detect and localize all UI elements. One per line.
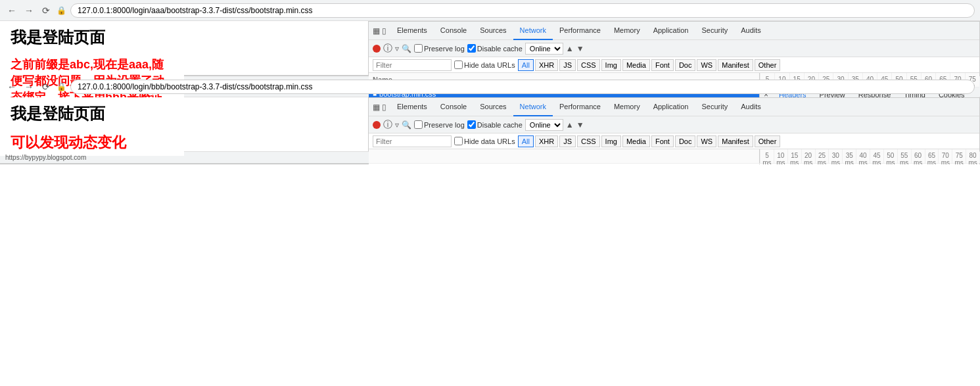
filter-bar-2: Hide data URLs All XHR JS CSS Img Media … bbox=[369, 133, 979, 149]
tab-audits-1[interactable]: Audits bbox=[734, 22, 768, 40]
disable-cache-checkbox-2[interactable] bbox=[467, 120, 476, 129]
devtools-1: ▦ ▯ Elements Console Sources Network Per… bbox=[368, 21, 980, 75]
filter-ws-1[interactable]: WS bbox=[697, 59, 716, 71]
tab-console-2[interactable]: Console bbox=[434, 98, 473, 116]
filter-css-1[interactable]: CSS bbox=[577, 59, 600, 71]
search-icon-1[interactable]: 🔍 bbox=[402, 44, 411, 53]
disable-cache-label-1[interactable]: Disable cache bbox=[467, 44, 523, 53]
filter-xhr-1[interactable]: XHR bbox=[535, 59, 558, 71]
tick2-35: 35 ms bbox=[842, 149, 856, 163]
filter-font-1[interactable]: Font bbox=[651, 59, 674, 71]
clear-button-1[interactable]: ⓘ bbox=[383, 43, 392, 55]
filter-funnel-icon-2[interactable]: ▿ bbox=[395, 120, 399, 130]
tab-security-2[interactable]: Security bbox=[695, 98, 734, 116]
filter-xhr-2[interactable]: XHR bbox=[535, 135, 558, 147]
reload-button-2[interactable]: ⟳ bbox=[39, 80, 53, 93]
disable-cache-label-2[interactable]: Disable cache bbox=[467, 120, 523, 129]
tab-sources-2[interactable]: Sources bbox=[473, 98, 513, 116]
tab-memory-1[interactable]: Memory bbox=[607, 22, 647, 40]
back-button-1[interactable]: ← bbox=[5, 4, 18, 17]
preserve-log-label-1[interactable]: Preserve log bbox=[414, 44, 465, 53]
tick2-70: 70 ms bbox=[938, 149, 952, 163]
devtools-icons-2: ▦ ▯ bbox=[369, 103, 390, 112]
search-icon-2[interactable]: 🔍 bbox=[402, 120, 411, 130]
tick2-60: 60 ms bbox=[911, 149, 925, 163]
throttle-select-1[interactable]: Online bbox=[525, 43, 563, 55]
hide-data-urls-checkbox-1[interactable] bbox=[454, 60, 463, 69]
tab-console-1[interactable]: Console bbox=[434, 22, 473, 40]
tab-network-1[interactable]: Network bbox=[513, 22, 553, 40]
filter-all-1[interactable]: All bbox=[518, 59, 534, 71]
throttle-select-2[interactable]: Online bbox=[525, 119, 563, 131]
record-button-1[interactable] bbox=[373, 45, 381, 53]
tab-performance-2[interactable]: Performance bbox=[553, 98, 607, 116]
filter-media-1[interactable]: Media bbox=[622, 59, 650, 71]
filter-ws-2[interactable]: WS bbox=[697, 135, 716, 147]
filter-media-2[interactable]: Media bbox=[622, 135, 650, 147]
filter-img-2[interactable]: Img bbox=[601, 135, 621, 147]
toolbar-download-icon-2[interactable]: ▼ bbox=[576, 120, 584, 130]
page-content-2: 我是登陆页面 bbox=[0, 97, 184, 130]
back-button-2[interactable]: ← bbox=[5, 80, 18, 93]
devtools-dock-icon[interactable]: ▦ bbox=[373, 26, 380, 36]
devtools-undock-icon[interactable]: ▯ bbox=[382, 26, 386, 36]
browser-window-2: ← → ⟳ 🔒 我是登陆页面 可以发现动态变化 ▦ ▯ Elements Con… bbox=[0, 76, 980, 164]
forward-button-2[interactable]: → bbox=[22, 80, 35, 93]
tab-network-2[interactable]: Network bbox=[513, 98, 553, 116]
hide-data-urls-label-1[interactable]: Hide data URLs bbox=[454, 60, 515, 69]
filter-font-2[interactable]: Font bbox=[651, 135, 674, 147]
tab-elements-1[interactable]: Elements bbox=[390, 22, 434, 40]
filter-manifest-1[interactable]: Manifest bbox=[718, 59, 753, 71]
tab-performance-1[interactable]: Performance bbox=[553, 22, 607, 40]
devtools-undock-icon-2[interactable]: ▯ bbox=[382, 103, 386, 112]
browser-left-1: 我是登陆页面 之前前缀是abc,现在是aaa,随便写都没问题，因为设置了动态绑定… bbox=[0, 21, 184, 75]
tab-application-2[interactable]: Application bbox=[647, 98, 695, 116]
hide-data-urls-checkbox-2[interactable] bbox=[454, 137, 463, 145]
tab-sources-1[interactable]: Sources bbox=[473, 22, 513, 40]
forward-button-1[interactable]: → bbox=[22, 4, 35, 17]
filter-manifest-2[interactable]: Manifest bbox=[718, 135, 753, 147]
preserve-log-label-2[interactable]: Preserve log bbox=[414, 120, 465, 129]
filter-doc-1[interactable]: Doc bbox=[675, 59, 696, 71]
filter-css-2[interactable]: CSS bbox=[577, 135, 600, 147]
url-input-1[interactable] bbox=[70, 3, 975, 18]
hide-data-urls-text-2: Hide data URLs bbox=[464, 137, 515, 145]
toolbar-download-icon-1[interactable]: ▼ bbox=[576, 44, 584, 53]
timeline-ticks-2: 5 ms 10 ms 15 ms 20 ms 25 ms 30 ms 35 ms… bbox=[760, 149, 979, 163]
tick2-10: 10 ms bbox=[774, 149, 787, 163]
filter-other-2[interactable]: Other bbox=[755, 135, 781, 147]
tick2-15: 15 ms bbox=[787, 149, 801, 163]
tick2-50: 50 ms bbox=[883, 149, 897, 163]
reload-button-1[interactable]: ⟳ bbox=[39, 4, 53, 17]
filter-js-1[interactable]: JS bbox=[559, 59, 576, 71]
filter-doc-2[interactable]: Doc bbox=[675, 135, 696, 147]
network-toolbar-2: ⓘ ▿ 🔍 Preserve log Disable cache Online … bbox=[369, 116, 979, 133]
tab-audits-2[interactable]: Audits bbox=[734, 98, 768, 116]
filter-types-2: All XHR JS CSS Img Media Font Doc WS Man… bbox=[518, 135, 781, 147]
preserve-log-checkbox-1[interactable] bbox=[414, 44, 423, 53]
url-input-2[interactable] bbox=[70, 80, 975, 94]
tab-security-1[interactable]: Security bbox=[695, 22, 734, 40]
filter-img-1[interactable]: Img bbox=[601, 59, 621, 71]
filter-input-1[interactable] bbox=[373, 59, 452, 71]
devtools-dock-icon-2[interactable]: ▦ bbox=[373, 103, 380, 112]
preserve-log-checkbox-2[interactable] bbox=[414, 120, 423, 129]
filter-all-2[interactable]: All bbox=[518, 135, 534, 147]
filter-other-1[interactable]: Other bbox=[755, 59, 781, 71]
browser-top-1: 我是登陆页面 之前前缀是abc,现在是aaa,随便写都没问题，因为设置了动态绑定… bbox=[0, 21, 980, 75]
toolbar-upload-icon-2[interactable]: ▲ bbox=[566, 120, 574, 130]
tab-memory-2[interactable]: Memory bbox=[607, 98, 647, 116]
disable-cache-checkbox-1[interactable] bbox=[467, 44, 476, 53]
toolbar-upload-icon-1[interactable]: ▲ bbox=[566, 44, 574, 53]
tab-application-1[interactable]: Application bbox=[647, 22, 695, 40]
record-button-2[interactable] bbox=[373, 121, 381, 129]
status-bar-url: https://bypypy.blogspot.com bbox=[5, 154, 86, 161]
tab-elements-2[interactable]: Elements bbox=[390, 98, 434, 116]
tick2-55: 55 ms bbox=[897, 149, 911, 163]
hide-data-urls-label-2[interactable]: Hide data URLs bbox=[454, 137, 515, 145]
filter-input-2[interactable] bbox=[373, 135, 452, 147]
clear-button-2[interactable]: ⓘ bbox=[383, 119, 392, 131]
network-toolbar-1: ⓘ ▿ 🔍 Preserve log Disable cache Online … bbox=[369, 40, 979, 57]
filter-js-2[interactable]: JS bbox=[559, 135, 576, 147]
filter-funnel-icon-1[interactable]: ▿ bbox=[395, 44, 399, 53]
